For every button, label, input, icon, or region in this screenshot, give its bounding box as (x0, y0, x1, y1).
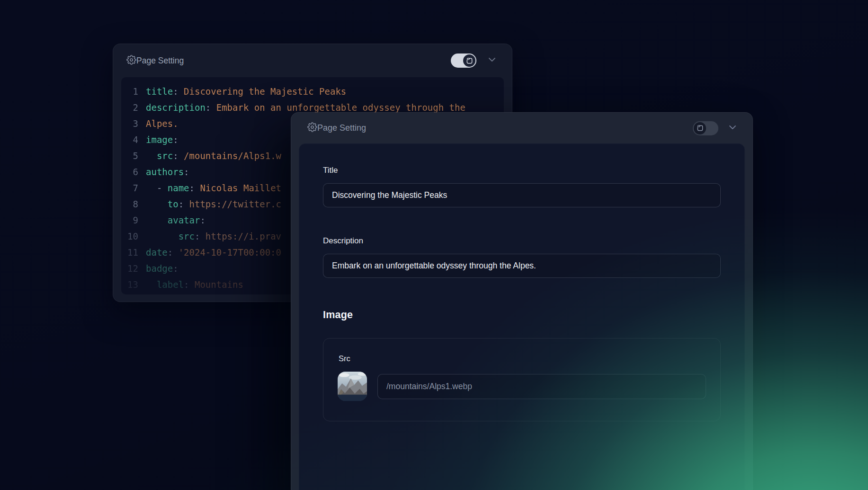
gear-icon (307, 122, 317, 134)
line-number: 7 (121, 180, 146, 196)
image-section-heading: Image (323, 309, 721, 321)
code-block-icon (463, 54, 475, 67)
image-card: Src (323, 338, 721, 421)
editor-panel-header: Page Setting (113, 44, 512, 77)
description-field: Description (323, 236, 721, 278)
line-number: 4 (121, 132, 146, 148)
form-panel: Page Setting (291, 112, 753, 490)
line-number: 9 (121, 212, 146, 228)
src-label: Src (339, 354, 706, 363)
description-label: Description (323, 236, 721, 246)
gear-icon (126, 55, 136, 67)
description-input[interactable] (323, 254, 721, 278)
image-src-input[interactable] (377, 374, 706, 399)
form-panel-header: Page Setting (291, 113, 752, 143)
line-number: 3 (121, 116, 146, 132)
title-field: Title (323, 166, 721, 207)
line-number: 6 (121, 164, 146, 180)
code-block-icon (694, 122, 706, 134)
line-number: 5 (121, 148, 146, 164)
code-view-toggle[interactable] (693, 121, 718, 135)
line-number: 8 (121, 196, 146, 212)
chevron-down-icon[interactable] (727, 122, 738, 135)
chevron-down-icon[interactable] (486, 54, 498, 67)
desktop-background: Page Setting (0, 0, 868, 490)
line-number: 11 (121, 244, 146, 260)
editor-panel-title: Page Setting (136, 56, 184, 66)
line-number: 10 (121, 228, 146, 244)
line-number: 13 (121, 276, 146, 293)
title-label: Title (323, 166, 721, 175)
code-view-toggle[interactable] (451, 53, 476, 68)
code-line[interactable]: 1title: Discovering the Majestic Peaks (121, 83, 504, 99)
form-panel-title: Page Setting (317, 123, 366, 133)
line-number: 1 (121, 83, 146, 99)
line-number: 2 (121, 99, 146, 116)
form-content: Title Description Image Src (299, 143, 745, 490)
title-input[interactable] (323, 183, 721, 207)
line-number: 12 (121, 260, 146, 276)
mountain-thumbnail[interactable] (338, 372, 367, 401)
